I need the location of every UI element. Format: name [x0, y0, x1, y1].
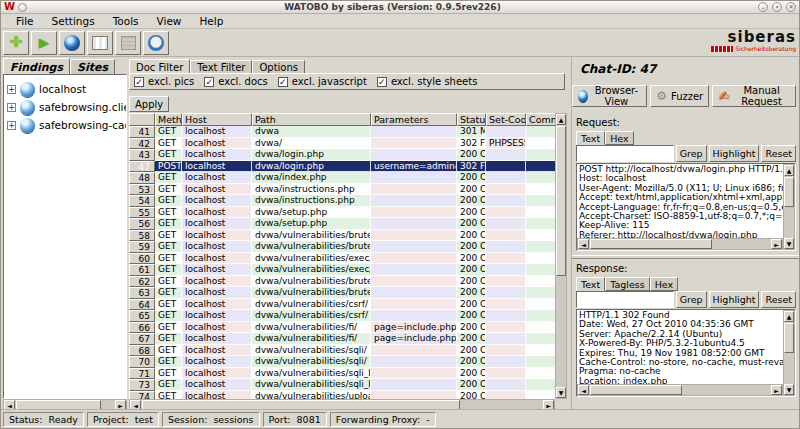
scroll-thumb[interactable]: [590, 385, 682, 395]
record-button[interactable]: [59, 31, 85, 55]
table-row[interactable]: 48 GET localhost dvwa/index.php 200 OK: [129, 172, 555, 184]
col-parameters[interactable]: Parameters: [371, 113, 457, 126]
table-row[interactable]: 60 GET localhost dvwa/vulnerabilities/ex…: [129, 253, 555, 265]
shade-icon[interactable]: ⌄: [758, 2, 768, 12]
response-highlight-button[interactable]: Highlight: [709, 291, 760, 308]
browser-button[interactable]: [143, 31, 169, 55]
response-horizontal-scrollbar[interactable]: ◄ ►: [577, 384, 783, 396]
new-project-button[interactable]: ✚: [3, 31, 29, 55]
table-row[interactable]: 70 GET localhost dvwa/vulnerabilities/sq…: [129, 356, 555, 368]
request-highlight-button[interactable]: Highlight: [709, 145, 760, 162]
checkbox-icon[interactable]: [204, 77, 214, 87]
table-row[interactable]: 63 GET localhost dvwa/vulnerabilities/br…: [129, 287, 555, 299]
table-row[interactable]: 56 GET localhost dvwa/setup.php 200 OK: [129, 218, 555, 230]
browser-view-button[interactable]: Browser-View: [572, 85, 647, 107]
tree-item[interactable]: + localhost: [4, 80, 126, 98]
scroll-thumb[interactable]: [556, 126, 566, 276]
col-status[interactable]: Status: [457, 113, 486, 126]
expand-icon[interactable]: +: [7, 85, 16, 94]
table-row[interactable]: 43 GET localhost dvwa/login.php 200 OK: [129, 149, 555, 161]
report-button[interactable]: [87, 31, 113, 55]
request-horizontal-scrollbar[interactable]: ◄ ►: [577, 238, 783, 250]
filter-checkbox[interactable]: excl. docs: [204, 76, 268, 87]
response-text[interactable]: HTTP/1.1 302 Found Date: Wed, 27 Oct 201…: [579, 311, 783, 384]
scroll-right-icon[interactable]: ►: [771, 385, 782, 395]
fuzzer-button[interactable]: ⚙ Fuzzer: [650, 85, 709, 107]
scroll-thumb[interactable]: [590, 239, 712, 249]
table-row[interactable]: 74 GET localhost dvwa/vulnerabilities/up…: [129, 391, 555, 400]
scroll-down-icon[interactable]: ▼: [556, 387, 566, 398]
col-comment[interactable]: Commen: [526, 113, 555, 126]
filter-checkbox[interactable]: excl. javascript: [278, 76, 367, 87]
tab-request-text[interactable]: Text: [576, 131, 605, 145]
table-row[interactable]: 41 GET localhost dvwa 301 Mo: [129, 126, 555, 138]
table-row[interactable]: 71 GET localhost dvwa/vulnerabilities/sq…: [129, 368, 555, 380]
checkbox-icon[interactable]: [278, 77, 288, 87]
table-row[interactable]: 54 GET localhost dvwa/instructions.php 2…: [129, 195, 555, 207]
table-row[interactable]: 61 GET localhost dvwa/vulnerabilities/ex…: [129, 264, 555, 276]
request-vertical-scrollbar[interactable]: ▲ ▼: [783, 164, 795, 250]
tab-response-text[interactable]: Text: [576, 277, 605, 291]
table-row[interactable]: 58 GET localhost dvwa/vulnerabilities/br…: [129, 230, 555, 242]
scroll-thumb[interactable]: [784, 177, 794, 207]
scroll-up-icon[interactable]: ▲: [784, 311, 794, 322]
table-vertical-scrollbar[interactable]: ▲ ▼: [555, 113, 567, 399]
request-grep-button[interactable]: Grep: [676, 145, 707, 162]
table-row[interactable]: 53 GET localhost dvwa/instructions.php 2…: [129, 184, 555, 196]
tree-item[interactable]: + safebrowsing.clients: [4, 98, 126, 116]
response-vertical-scrollbar[interactable]: ▲ ▼: [783, 310, 795, 396]
request-text[interactable]: POST http://localhost/dvwa/login.php HTT…: [579, 165, 783, 238]
scroll-up-icon[interactable]: ▲: [556, 114, 566, 125]
response-grep-input[interactable]: [576, 291, 674, 308]
response-reset-button[interactable]: Reset: [761, 291, 796, 308]
manual-request-button[interactable]: ✍ Manual Request: [712, 85, 796, 107]
expand-icon[interactable]: +: [7, 103, 16, 112]
table-row[interactable]: 59 GET localhost dvwa/vulnerabilities/br…: [129, 241, 555, 253]
menu-item[interactable]: Tools: [104, 14, 148, 28]
request-response-splitter[interactable]: [572, 255, 799, 259]
table-row[interactable]: 68 GET localhost dvwa/vulnerabilities/sq…: [129, 345, 555, 357]
table-row[interactable]: 67 GET localhost dvwa/vulnerabilities/fi…: [129, 333, 555, 345]
close-icon[interactable]: ✕: [786, 2, 796, 12]
table-row[interactable]: 62 GET localhost dvwa/vulnerabilities/br…: [129, 276, 555, 288]
table-row[interactable]: 55 GET localhost dvwa/setup.php 200 OK: [129, 207, 555, 219]
tab-response-hex[interactable]: Hex: [650, 277, 678, 291]
response-grep-button[interactable]: Grep: [676, 291, 707, 308]
col-host[interactable]: Host: [182, 113, 252, 126]
scroll-right-icon[interactable]: ►: [771, 239, 782, 249]
scroll-thumb[interactable]: [784, 323, 794, 353]
request-grep-input[interactable]: [576, 145, 674, 162]
maximize-icon[interactable]: •: [772, 2, 782, 12]
calculator-button[interactable]: [115, 31, 141, 55]
start-button[interactable]: ▶: [31, 31, 57, 55]
col-set-cookie[interactable]: Set-Cooki: [486, 113, 526, 126]
table-row[interactable]: 42 GET localhost dvwa/ 302 Fou PHPSESSID: [129, 138, 555, 150]
col-method[interactable]: Metho: [155, 113, 182, 126]
scroll-down-icon[interactable]: ▼: [784, 238, 794, 249]
checkbox-icon[interactable]: [134, 77, 144, 87]
table-row[interactable]: 64 GET localhost dvwa/vulnerabilities/cs…: [129, 299, 555, 311]
table-row[interactable]: 65 GET localhost dvwa/vulnerabilities/cs…: [129, 310, 555, 322]
table-row[interactable]: 47 POST localhost dvwa/login.php usernam…: [129, 161, 555, 173]
menu-item[interactable]: Help: [190, 14, 232, 28]
window-menu-button[interactable]: [18, 3, 27, 12]
tree-item[interactable]: + safebrowsing-cache: [4, 116, 126, 134]
scroll-left-icon[interactable]: ◄: [578, 385, 589, 395]
col-path[interactable]: Path: [252, 113, 371, 126]
table-row[interactable]: 73 GET localhost dvwa/vulnerabilities/sq…: [129, 379, 555, 391]
filter-checkbox[interactable]: excl. pics: [134, 76, 194, 87]
tab-response-tagless[interactable]: Tagless: [605, 277, 649, 291]
scroll-up-icon[interactable]: ▲: [784, 165, 794, 176]
apply-button[interactable]: Apply: [129, 96, 169, 112]
menu-item[interactable]: Settings: [43, 14, 104, 28]
menu-item[interactable]: View: [148, 14, 191, 28]
scroll-down-icon[interactable]: ▼: [784, 384, 794, 395]
tab-request-hex[interactable]: Hex: [605, 131, 633, 145]
table-row[interactable]: 66 GET localhost dvwa/vulnerabilities/fi…: [129, 322, 555, 334]
scroll-left-icon[interactable]: ◄: [578, 239, 589, 249]
filter-checkbox[interactable]: excl. style sheets: [377, 76, 478, 87]
request-reset-button[interactable]: Reset: [761, 145, 796, 162]
menu-item[interactable]: File: [7, 14, 43, 28]
expand-icon[interactable]: +: [7, 121, 16, 130]
checkbox-icon[interactable]: [377, 77, 387, 87]
